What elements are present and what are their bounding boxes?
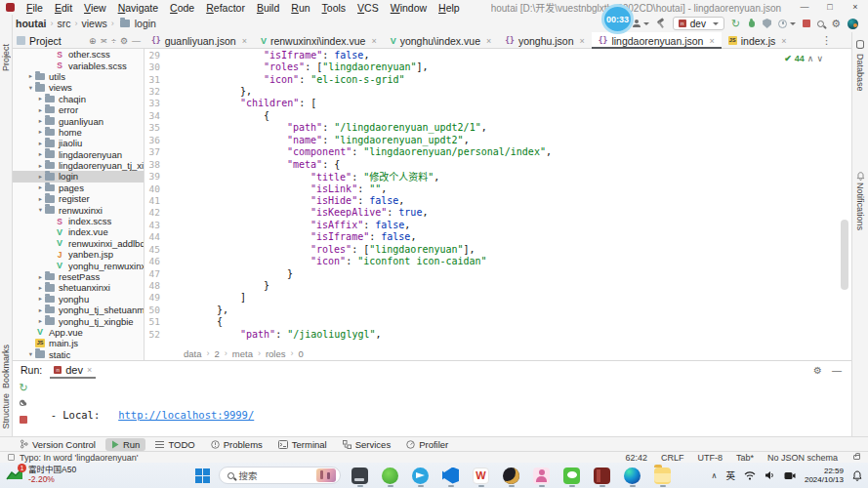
taskbar-icon-edge[interactable] (622, 465, 643, 486)
stop-button[interactable] (20, 416, 27, 424)
tree-item-shetuanxinxi[interactable]: ▸shetuanxinxi (13, 282, 144, 293)
menu-item-window[interactable]: Window (385, 2, 433, 14)
tree-item-home[interactable]: ▸home (13, 127, 144, 138)
tree-chevron-icon[interactable]: ▸ (36, 128, 45, 136)
ime-indicator[interactable]: 英 (725, 468, 735, 482)
taskbar-icon-wps[interactable]: W (471, 465, 492, 486)
tree-chevron-icon[interactable]: ▸ (36, 273, 45, 281)
tree-item-error[interactable]: ▸error (13, 104, 144, 115)
tree-item-lingdaorenyuan[interactable]: ▸lingdaorenyuan (13, 149, 144, 160)
editor-breadcrumb-meta[interactable]: meta (232, 348, 253, 359)
tree-chevron-icon[interactable]: ▸ (36, 106, 45, 114)
tree-item-yanben.jsp[interactable]: Jyanben.jsp (13, 249, 144, 260)
search-everywhere-button[interactable] (817, 20, 824, 27)
tree-item-index.scss[interactable]: Sindex.scss (13, 216, 144, 226)
status-json-schema[interactable]: No JSON schema (767, 453, 838, 463)
close-icon[interactable]: × (371, 36, 376, 46)
menu-item-code[interactable]: Code (164, 2, 200, 14)
taskbar-icon-green-app[interactable] (380, 465, 401, 486)
taskbar-icon-dark-app[interactable] (350, 465, 371, 486)
tray-clock[interactable]: 22:59 2024/10/13 (805, 467, 844, 484)
tree-chevron-icon[interactable]: ▸ (36, 306, 45, 314)
run-console[interactable]: - Local: http://localhost:9999/ - Networ… (38, 381, 842, 436)
tree-item-variables.scss[interactable]: Svariables.scss (13, 60, 144, 70)
tree-chevron-icon[interactable]: ▸ (36, 317, 45, 325)
project-hide-panel-icon[interactable]: — (132, 36, 141, 46)
close-icon[interactable]: × (486, 36, 491, 46)
breadcrumb-views[interactable]: views (80, 18, 109, 29)
tree-chevron-icon[interactable]: ▸ (36, 284, 45, 292)
tree-item-yonghu_renwuxinxi.[interactable]: Vyonghu_renwuxinxi. (13, 260, 144, 270)
editor-scrollbar[interactable] (841, 220, 848, 290)
tree-item-App.vue[interactable]: VApp.vue (13, 327, 144, 338)
stripe-bookmarks-button[interactable]: Bookmarks (1, 345, 11, 388)
next-problem-icon[interactable]: ∨ (816, 54, 823, 63)
project-gear-icon[interactable]: ⚙ (120, 36, 128, 46)
coverage-button[interactable] (763, 19, 771, 28)
taskbar-icon-file-explorer[interactable] (652, 465, 674, 486)
tree-item-yonghu[interactable]: ▸yonghu (13, 294, 144, 305)
tree-item-static[interactable]: ▾static (13, 349, 144, 360)
project-collapse-all-icon[interactable]: ≍ (100, 36, 107, 46)
menu-item-edit[interactable]: Edit (49, 2, 78, 14)
tree-item-other.scss[interactable]: Sother.scss (13, 49, 144, 60)
minimize-button[interactable]: — (792, 0, 817, 15)
tree-item-register[interactable]: ▸register (13, 193, 144, 204)
taskbar-icon-chat-app[interactable] (561, 465, 583, 486)
close-icon[interactable]: × (781, 36, 786, 46)
toolwindow-run[interactable]: Run (105, 438, 145, 451)
breadcrumb-src[interactable]: src (56, 18, 73, 29)
ide-plugin-button[interactable] (847, 19, 858, 29)
editor-tab-guanliyuan.json[interactable]: {}guanliyuan.json× (145, 32, 254, 49)
start-button[interactable] (195, 468, 210, 483)
camera-icon[interactable] (784, 471, 796, 480)
status-line-separator[interactable]: CRLF (661, 453, 684, 463)
stripe-project-button[interactable]: Project (1, 44, 11, 71)
menu-item-help[interactable]: Help (433, 2, 466, 14)
breadcrumb-login[interactable]: login (133, 18, 158, 29)
tree-chevron-icon[interactable]: ▸ (36, 195, 45, 203)
wrench-icon[interactable] (20, 400, 28, 409)
run-panel-hide-button[interactable]: — (832, 365, 842, 376)
tree-chevron-icon[interactable]: ▾ (26, 84, 35, 92)
status-encoding[interactable]: UTF-8 (697, 453, 723, 463)
tree-item-main.js[interactable]: JSmain.js (13, 338, 144, 348)
editor-breadcrumb-0[interactable]: 0 (299, 348, 304, 359)
tree-chevron-icon[interactable]: ▸ (36, 140, 45, 147)
rerun-button[interactable]: ↻ (731, 19, 740, 29)
tree-chevron-icon[interactable]: ▸ (36, 117, 45, 125)
editor-breadcrumb-2[interactable]: 2 (215, 348, 220, 359)
editor-tab-yonghu.json[interactable]: {}yonghu.json× (498, 32, 592, 49)
lock-icon[interactable] (853, 455, 860, 460)
project-expand-collapse-icon[interactable]: ÷ (111, 36, 116, 46)
tab-options-icon[interactable]: ⋮ (821, 32, 838, 49)
close-icon[interactable]: × (87, 365, 92, 375)
tree-item-index.vue[interactable]: Vindex.vue (13, 226, 144, 237)
taskbar-icon-contact-app[interactable] (531, 465, 553, 486)
taskbar-icon-telegram[interactable] (410, 465, 432, 486)
tree-item-lingdaorenyuan_tj_xing[interactable]: ▸lingdaorenyuan_tj_xing (13, 160, 144, 171)
taskbar-search[interactable]: 搜索 (219, 467, 341, 484)
run-configuration-select[interactable]: n dev (673, 17, 724, 30)
tree-chevron-icon[interactable]: ▾ (26, 350, 35, 358)
tree-item-views[interactable]: ▾views (13, 82, 144, 93)
tree-item-renwuxinxi[interactable]: ▾renwuxinxi (13, 204, 144, 215)
tree-item-pages[interactable]: ▸pages (13, 183, 144, 193)
menu-item-file[interactable]: File (21, 2, 49, 14)
tree-item-jiaoliu[interactable]: ▸jiaoliu (13, 138, 144, 148)
menu-item-navigate[interactable]: Navigate (112, 2, 164, 14)
taskbar-icon-reader-app[interactable] (592, 465, 613, 486)
menu-item-run[interactable]: Run (285, 2, 315, 14)
local-url-link[interactable]: http://localhost:9999/ (118, 409, 254, 421)
volume-icon[interactable] (765, 470, 775, 480)
toolwindow-version-control[interactable]: Version Control (14, 438, 102, 451)
editor-breadcrumb-roles[interactable]: roles (266, 348, 286, 359)
code-editor[interactable]: 29"isIframe": false,30"roles": ["lingdao… (145, 49, 851, 346)
taskbar-icon-music-app[interactable] (501, 465, 522, 486)
debug-button[interactable] (747, 19, 756, 28)
menu-item-build[interactable]: Build (251, 2, 285, 14)
editor-tab-renwuxinxi-index.vue[interactable]: Vrenwuxinxi\index.vue× (254, 32, 384, 49)
breadcrumb-houtai[interactable]: houtai (14, 18, 49, 29)
user-account-button[interactable] (633, 20, 649, 27)
tree-item-login[interactable]: ▸login (13, 171, 144, 182)
